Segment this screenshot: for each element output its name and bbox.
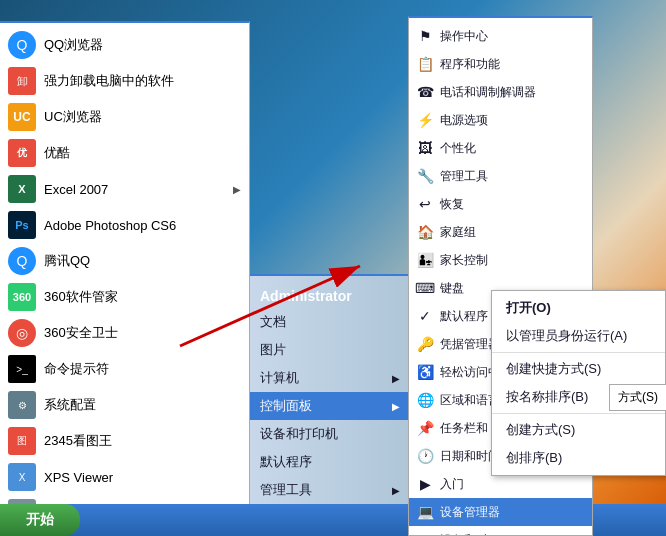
submenu-icon: ✓ [415, 306, 435, 326]
submenu-label: 入门 [440, 476, 464, 493]
context-item-create-way[interactable]: 创建方式(S) [492, 416, 665, 444]
context-item-run-as-admin[interactable]: 以管理员身份运行(A) [492, 322, 665, 350]
submenu-icon: ⚑ [415, 26, 435, 46]
right-item-label: 默认程序 [260, 453, 312, 471]
right-item-default-programs[interactable]: 默认程序 [250, 448, 410, 476]
app-item-qiangli[interactable]: 卸 强力卸载电脑中的软件 [0, 63, 249, 99]
app-icon: X [8, 175, 36, 203]
app-icon: 卸 [8, 67, 36, 95]
context-divider [492, 352, 665, 353]
submenu-item-device-time[interactable]: 🖨 设备和时... [409, 526, 592, 536]
start-button[interactable]: 开始 [0, 504, 80, 536]
app-item-uc[interactable]: UC UC浏览器 [0, 99, 249, 135]
app-label: 360安全卫士 [44, 324, 118, 342]
app-icon: 图 [8, 427, 36, 455]
app-item-excel[interactable]: X Excel 2007 ▶ [0, 171, 249, 207]
app-label: 优酷 [44, 144, 70, 162]
context-item-create-shortcut[interactable]: 创建快捷方式(S) [492, 355, 665, 383]
app-icon: 优 [8, 139, 36, 167]
app-icon: Ps [8, 211, 36, 239]
submenu-item-restore[interactable]: ↩ 恢复 [409, 190, 592, 218]
right-item-control-panel[interactable]: 控制面板▶ [250, 392, 410, 420]
submenu-item-family-safety[interactable]: 👨‍👧 家长控制 [409, 246, 592, 274]
submenu-label: 家庭组 [440, 224, 476, 241]
context-item-sort2[interactable]: 创排序(B) [492, 444, 665, 472]
submenu-label: 恢复 [440, 196, 464, 213]
submenu-label: 操作中心 [440, 28, 488, 45]
submenu-label: 默认程序 [440, 308, 488, 325]
app-icon: ⚙ [8, 391, 36, 419]
app-item-photoshop[interactable]: Ps Adobe Photoshop CS6 [0, 207, 249, 243]
right-item-computer[interactable]: 计算机▶ [250, 364, 410, 392]
submenu-icon: 🔧 [415, 166, 435, 186]
app-item-youku[interactable]: 优 优酷 [0, 135, 249, 171]
app-label: 系统配置 [44, 396, 96, 414]
app-icon: 360 [8, 283, 36, 311]
app-icon: ◎ [8, 319, 36, 347]
app-label: UC浏览器 [44, 108, 102, 126]
context-item-open[interactable]: 打开(O) [492, 294, 665, 322]
submenu-icon: 🌐 [415, 390, 435, 410]
app-label: Excel 2007 [44, 182, 108, 197]
red-arrow [170, 246, 390, 366]
submenu-icon: 📌 [415, 418, 435, 438]
submenu-icon: ♿ [415, 362, 435, 382]
right-item-devices[interactable]: 设备和打印机 [250, 420, 410, 448]
submenu-item-admin-tools[interactable]: 🔧 管理工具 [409, 162, 592, 190]
submenu-icon: 🏠 [415, 222, 435, 242]
app-icon: >_ [8, 355, 36, 383]
submenu-item-action-center[interactable]: ⚑ 操作中心 [409, 22, 592, 50]
submenu-icon: 🕐 [415, 446, 435, 466]
submenu-label: 管理工具 [440, 168, 488, 185]
submenu-item-homegroup[interactable]: 🏠 家庭组 [409, 218, 592, 246]
submenu-item-phone-modem[interactable]: ☎ 电话和调制解调器 [409, 78, 592, 106]
app-label: 2345看图王 [44, 432, 112, 450]
right-arrow: ▶ [392, 485, 400, 496]
submenu-icon: ▶ [415, 474, 435, 494]
submenu-item-power[interactable]: ⚡ 电源选项 [409, 106, 592, 134]
submenu-icon: ☎ [415, 82, 435, 102]
app-item-2345[interactable]: 图 2345看图王 [0, 423, 249, 459]
submenu-label: 键盘 [440, 280, 464, 297]
app-label: 强力卸载电脑中的软件 [44, 72, 174, 90]
submenu-icon: 💻 [415, 502, 435, 522]
submenu-icon: 🖨 [415, 530, 435, 536]
app-label: 腾讯QQ [44, 252, 90, 270]
app-label: XPS Viewer [44, 470, 113, 485]
app-label: 命令提示符 [44, 360, 109, 378]
submenu-icon: 🔑 [415, 334, 435, 354]
app-label: 360软件管家 [44, 288, 118, 306]
app-icon: UC [8, 103, 36, 131]
submenu-item-programs[interactable]: 📋 程序和功能 [409, 50, 592, 78]
app-label: Adobe Photoshop CS6 [44, 218, 176, 233]
app-item-syscfg[interactable]: ⚙ 系统配置 [0, 387, 249, 423]
submenu-icon: 📋 [415, 54, 435, 74]
submenu-icon: ⌨ [415, 278, 435, 298]
app-item-xps[interactable]: X XPS Viewer [0, 459, 249, 495]
submenu-icon: ⚡ [415, 110, 435, 130]
submenu-arrow: ▶ [233, 184, 241, 195]
submenu-label: 电源选项 [440, 112, 488, 129]
right-arrow: ▶ [392, 373, 400, 384]
app-icon: Q [8, 247, 36, 275]
right-item-label: 设备和打印机 [260, 425, 338, 443]
right-item-label: 管理工具 [260, 481, 312, 499]
right-arrow: ▶ [392, 401, 400, 412]
svg-line-1 [180, 266, 360, 346]
partial-context-label: 方式(S) [609, 384, 666, 411]
right-item-label: 计算机 [260, 369, 299, 387]
right-item-label: 控制面板 [260, 397, 312, 415]
app-icon: Q [8, 31, 36, 59]
submenu-label: 设备管理器 [440, 504, 500, 521]
app-label: QQ浏览器 [44, 36, 103, 54]
app-item-qq-browser[interactable]: Q QQ浏览器 [0, 27, 249, 63]
submenu-label: 电话和调制解调器 [440, 84, 536, 101]
context-divider [492, 413, 665, 414]
submenu-label: 个性化 [440, 140, 476, 157]
submenu-label: 程序和功能 [440, 56, 500, 73]
submenu-icon: ↩ [415, 194, 435, 214]
submenu-item-device-mgr[interactable]: 💻 设备管理器 [409, 498, 592, 526]
submenu-item-personalize[interactable]: 🖼 个性化 [409, 134, 592, 162]
right-item-manage-tools[interactable]: 管理工具▶ [250, 476, 410, 504]
submenu-label: 家长控制 [440, 252, 488, 269]
